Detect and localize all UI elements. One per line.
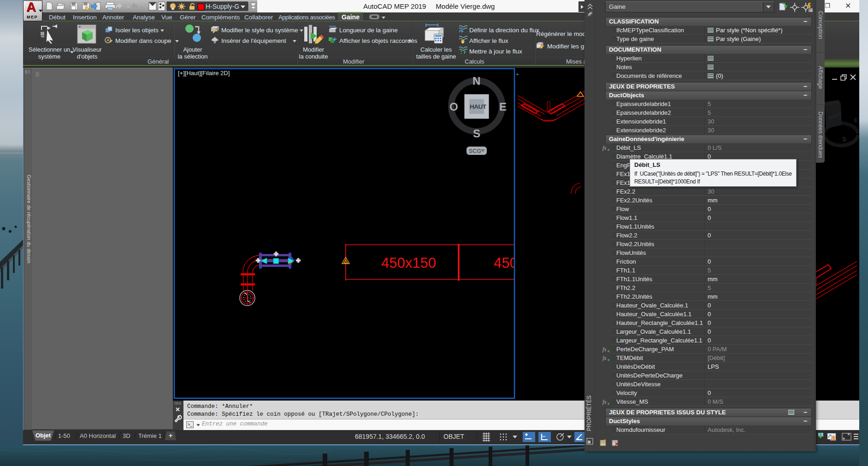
- svg-text:A: A: [106, 38, 110, 42]
- svg-text:HAUT: HAUT: [470, 103, 487, 110]
- svg-text:450x150: 450x150: [381, 255, 436, 271]
- svg-text:N: N: [472, 75, 480, 87]
- svg-text:S: S: [473, 127, 480, 140]
- svg-text:450: 450: [494, 255, 518, 271]
- svg-text:E: E: [854, 117, 858, 124]
- svg-text:+: +: [516, 71, 519, 77]
- svg-text:E: E: [499, 100, 507, 113]
- svg-text:O: O: [449, 100, 458, 113]
- svg-text:S: S: [842, 136, 846, 143]
- svg-text:SCG: SCG: [469, 148, 481, 154]
- svg-text:[+][Haut][Filaire 2D]: [+][Haut][Filaire 2D]: [178, 70, 230, 77]
- svg-text:!: !: [832, 437, 833, 441]
